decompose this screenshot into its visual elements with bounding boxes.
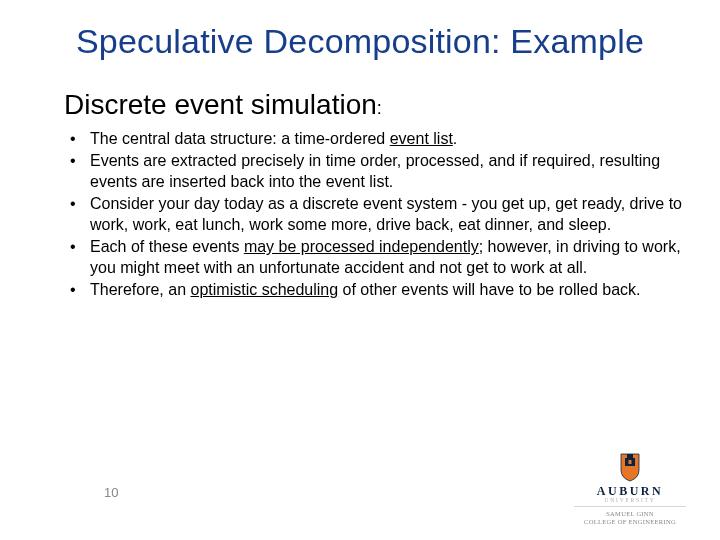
subtitle: Discrete event simulation: [64,89,682,121]
bullet-text-post: . [453,130,457,147]
list-item: Therefore, an optimistic scheduling of o… [62,280,682,300]
list-item: Events are extracted precisely in time o… [62,151,682,192]
logo-subtitle: UNIVERSITY [570,497,690,503]
subtitle-text: Discrete event simulation [64,89,377,120]
shield-icon [619,452,641,482]
bullet-text: Therefore, an [90,281,191,298]
bullet-text: Events are extracted precisely in time o… [90,152,660,189]
logo-divider [574,506,686,507]
logo-college-line1: SAMUEL GINN [570,510,690,518]
bullet-list: The central data structure: a time-order… [62,129,682,301]
logo-college-line2: COLLEGE OF ENGINEERING [570,518,690,526]
svg-rect-2 [629,460,632,464]
bullet-underline: event list [390,130,453,147]
list-item: Each of these events may be processed in… [62,237,682,278]
page-title: Speculative Decomposition: Example [38,22,682,61]
list-item: Consider your day today as a discrete ev… [62,194,682,235]
slide: Speculative Decomposition: Example Discr… [0,0,720,540]
bullet-text: Consider your day today as a discrete ev… [90,195,682,232]
svg-rect-1 [627,454,633,458]
page-number: 10 [104,485,118,500]
bullet-text: The central data structure: a time-order… [90,130,390,147]
list-item: The central data structure: a time-order… [62,129,682,149]
bullet-text-post: of other events will have to be rolled b… [338,281,640,298]
subtitle-colon: : [377,98,382,118]
bullet-underline: optimistic scheduling [191,281,339,298]
bullet-text: Each of these events [90,238,244,255]
university-logo: AUBURN UNIVERSITY SAMUEL GINN COLLEGE OF… [570,452,690,526]
bullet-underline: may be processed independently [244,238,479,255]
